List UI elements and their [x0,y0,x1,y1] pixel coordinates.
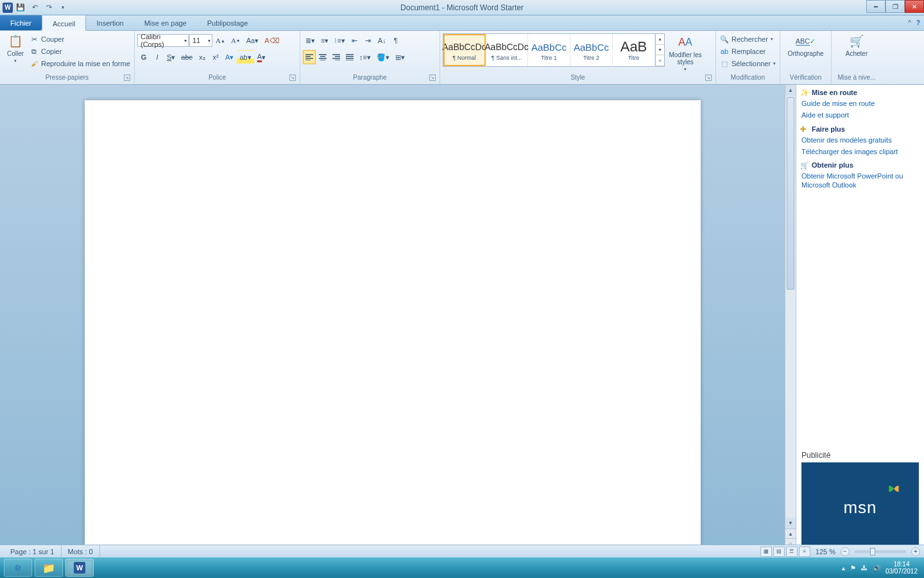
underline-button[interactable]: S▾ [164,50,178,64]
font-launcher[interactable]: ↘ [289,74,296,81]
redo-icon[interactable]: ↷ [42,1,55,14]
vertical-scrollbar[interactable]: ▲ ▼ ▲ ○ ▼ [785,85,796,557]
multilevel-list-button[interactable]: ⁝≡▾ [332,33,347,48]
close-button[interactable]: ✕ [905,0,924,13]
increase-indent-button[interactable]: ⇥ [362,33,375,48]
strikethrough-button[interactable]: abc [178,50,195,64]
page-container[interactable] [0,85,785,557]
change-case-button[interactable]: Aa▾ [244,33,261,48]
select-button[interactable]: ⬚Sélectionner ▾ [719,58,777,69]
tab-mailmerge[interactable]: Publipostage [197,15,259,30]
font-family-combo[interactable]: Calibri (Corps) [137,34,189,47]
tray-show-hidden-icon[interactable]: ▴ [842,565,845,572]
help-icon[interactable]: ? [916,19,920,26]
minimize-button[interactable]: ━ [866,0,886,13]
font-color-button[interactable]: A▾ [255,50,268,64]
italic-button[interactable]: I [151,50,164,64]
superscript-button[interactable]: x² [209,50,222,64]
title-bar: W 💾 ↶ ↷ ▾ Document1 - Microsoft Word Sta… [0,0,924,15]
font-size-combo[interactable]: 11 [189,34,212,47]
view-web-button[interactable]: ☰ [786,547,798,557]
justify-button[interactable] [343,50,356,64]
sort-button[interactable]: A↓ [375,33,389,48]
scroll-up-icon[interactable]: ▲ [785,85,796,96]
zoom-out-button[interactable]: − [841,547,850,556]
zoom-in-button[interactable]: + [911,547,920,556]
tab-file[interactable]: Fichier [0,15,42,30]
taskbar-explorer-button[interactable]: 📁 [35,559,63,577]
copy-button[interactable]: ⧉Copier [28,46,132,57]
buy-button[interactable]: 🛒 Acheter [834,32,879,58]
shrink-font-button[interactable]: A▼ [228,33,243,48]
scroll-down-icon[interactable]: ▼ [785,518,796,529]
grow-font-button[interactable]: A▲ [213,33,228,48]
maximize-button[interactable]: ❐ [886,0,905,13]
align-right-button[interactable] [330,50,343,64]
style-title[interactable]: AaBTitre [613,34,655,66]
prev-page-icon[interactable]: ▲ [785,529,796,538]
align-left-button[interactable] [303,50,316,64]
line-spacing-button[interactable]: ↕≡▾ [357,50,373,64]
link-free-templates[interactable]: Obtenir des modèles gratuits [796,134,924,146]
text-effects-button[interactable]: A▾ [223,50,236,64]
clear-formatting-button[interactable]: A⌫ [262,33,282,48]
view-outline-button[interactable]: ≡ [799,547,810,557]
replace-button[interactable]: abRemplacer [719,46,767,57]
taskbar-ie-button[interactable]: e [4,559,32,577]
paste-button[interactable]: 📋 Coller ▾ [3,32,28,65]
styles-launcher[interactable]: ↘ [705,74,712,81]
highlight-button[interactable]: ab▾ [237,50,253,64]
style-heading2[interactable]: AaBbCcTitre 2 [570,34,613,66]
find-button[interactable]: 🔍Rechercher ▾ [719,33,774,45]
qat-more-icon[interactable]: ▾ [56,1,69,14]
tab-insert[interactable]: Insertion [86,15,133,30]
tray-network-icon[interactable]: 🖧 [861,565,868,572]
tray-volume-icon[interactable]: 🔊 [873,565,880,572]
document-page[interactable] [85,100,701,557]
format-painter-button[interactable]: 🖌Reproduire la mise en forme [28,58,132,69]
status-words[interactable]: Mots : 0 [62,545,100,557]
tab-layout[interactable]: Mise en page [134,15,197,30]
zoom-slider-knob[interactable] [870,548,875,556]
bullets-button[interactable]: ≣▾ [303,33,318,48]
group-styles: AaBbCcDc¶ Normal AaBbCcDc¶ Sans int... A… [440,31,716,84]
tab-home[interactable]: Accueil [42,15,86,31]
style-scroll-down[interactable]: ▼ [656,45,664,56]
scroll-track[interactable] [785,96,796,518]
style-no-spacing[interactable]: AaBbCcDc¶ Sans int... [486,34,528,66]
decrease-indent-button[interactable]: ⇤ [348,33,361,48]
borders-button[interactable]: ⊞▾ [393,50,407,64]
taskbar-word-button[interactable]: W [65,559,94,577]
clipboard-launcher[interactable]: ↘ [124,74,130,81]
minimize-ribbon-icon[interactable]: ^ [908,19,911,26]
zoom-slider[interactable] [855,550,906,553]
msn-ad[interactable]: msn [801,462,919,552]
bold-button[interactable]: G [137,50,150,64]
shading-button[interactable]: 🪣▾ [374,50,392,64]
tray-flag-icon[interactable]: ⚑ [850,565,856,572]
style-heading1[interactable]: AaBbCcTitre 1 [528,34,570,66]
link-get-powerpoint-outlook[interactable]: Obtenir Microsoft PowerPoint ou Microsof… [796,170,924,191]
numbering-button[interactable]: ≡▾ [318,33,331,48]
link-help-support[interactable]: Aide et support [796,109,924,121]
undo-icon[interactable]: ↶ [28,1,41,14]
subscript-button[interactable]: x₂ [196,50,209,64]
status-page[interactable]: Page : 1 sur 1 [4,545,62,557]
style-normal[interactable]: AaBbCcDc¶ Normal [443,34,486,66]
show-marks-button[interactable]: ¶ [389,33,402,48]
link-clipart[interactable]: Télécharger des images clipart [796,146,924,157]
cut-button[interactable]: ✂Couper [28,33,132,45]
change-styles-button[interactable]: AA Modifier les styles▾ [667,33,703,73]
spelling-button[interactable]: ABC✓ Orthographe [783,32,828,58]
align-center-button[interactable] [316,50,329,64]
style-scroll-up[interactable]: ▲ [656,34,664,45]
style-scroll-more[interactable]: ≡ [656,55,664,66]
link-getting-started-guide[interactable]: Guide de mise en route [796,98,924,109]
paragraph-launcher[interactable]: ↘ [429,74,436,81]
save-icon[interactable]: 💾 [14,1,27,14]
view-fullscreen-button[interactable]: ▤ [773,547,785,557]
scroll-thumb[interactable] [787,97,794,290]
tray-clock[interactable]: 18:14 03/07/2012 [886,561,920,575]
zoom-level[interactable]: 125 % [816,548,835,556]
view-print-layout-button[interactable]: ▦ [760,547,772,557]
